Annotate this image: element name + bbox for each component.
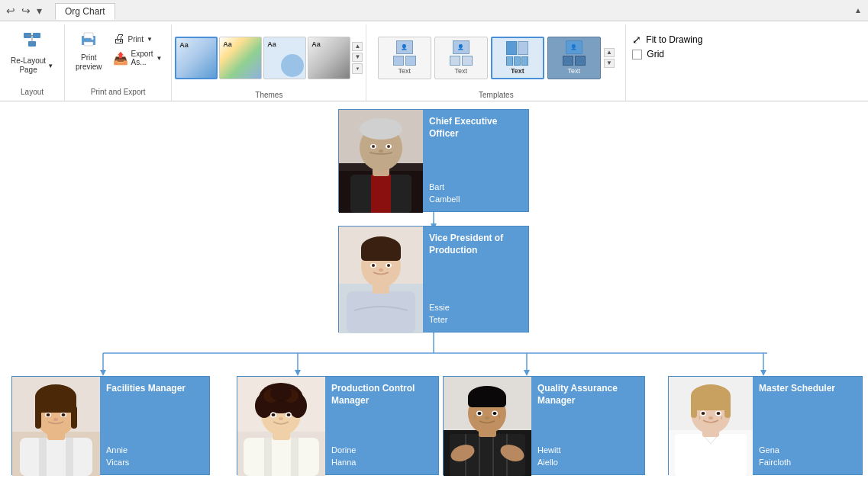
facilities-manager-title: Facilities Manager [106, 383, 203, 395]
title-bar-icons: ↩ ↪ ▾ [6, 5, 49, 17]
ceo-node[interactable]: Chief Executive Officer BartCambell [338, 109, 529, 212]
theme-blue-label: Aa [179, 41, 189, 49]
svg-point-45 [387, 264, 390, 267]
theme-shape[interactable]: Aa [263, 37, 306, 79]
theme-dark[interactable]: Aa [308, 37, 350, 79]
svg-point-61 [62, 413, 66, 416]
facilities-manager-node[interactable]: Facilities Manager AnnieVicars [11, 376, 210, 475]
templates-group-label: Templates [479, 88, 514, 101]
production-control-photo [237, 377, 325, 476]
svg-point-97 [493, 412, 497, 415]
svg-point-34 [379, 149, 383, 153]
export-button[interactable]: 📤 ExportAs... ▼ [110, 48, 166, 68]
ribbon-group-templates: 👤 Text 👤 [366, 24, 626, 101]
ceo-title: Chief Executive Officer [429, 116, 522, 140]
redo-button[interactable]: ↪ [21, 5, 34, 17]
templates-scroll-up[interactable]: ▲ [604, 48, 615, 57]
svg-rect-93 [468, 394, 506, 407]
themes-scroll-more[interactable]: ▼ [352, 63, 363, 74]
ribbon-group-view: ⤢ Fit to Drawing Grid [626, 24, 712, 101]
master-scheduler-photo [669, 377, 753, 476]
template-3-photo [506, 41, 517, 55]
ribbon-group-themes: Aa Aa Aa Aa ▲ ▼ ▼ Themes [172, 24, 366, 101]
grid-toggle[interactable]: Grid [632, 49, 664, 59]
fit-to-drawing-button[interactable]: ⤢ Fit to Drawing [632, 34, 702, 46]
ceo-photo [339, 110, 423, 213]
svg-rect-1 [33, 33, 40, 38]
templates-content: 👤 Text 👤 [378, 27, 615, 88]
template-3-text [518, 41, 528, 55]
re-layout-page-button[interactable]: Re-LayoutPage ▼ [6, 27, 58, 78]
svg-point-60 [47, 413, 50, 416]
themes-scroll-down[interactable]: ▼ [352, 53, 363, 62]
quality-assurance-photo [444, 377, 531, 476]
svg-rect-26 [371, 175, 391, 213]
export-icon: 📤 [113, 51, 128, 66]
svg-rect-65 [244, 438, 319, 476]
vp-node[interactable]: Vice President of Production EssieTeter [338, 226, 529, 333]
master-scheduler-info: Master Scheduler GenaFaircloth [753, 377, 862, 474]
theme-color[interactable]: Aa [219, 37, 262, 79]
svg-rect-8 [84, 42, 93, 46]
quality-assurance-info: Quality Assurance Manager HewittAiello [531, 377, 644, 474]
templates-scroll-down[interactable]: ▼ [604, 59, 615, 68]
template-3-box2 [514, 56, 521, 66]
template-1[interactable]: 👤 Text [378, 37, 431, 79]
production-control-info: Production Control Manager DorineHanna [325, 377, 438, 474]
print-export-content: Printpreview 🖨 Print ▼ 📤 ExportAs... ▼ [71, 27, 165, 85]
template-2[interactable]: 👤 Text [434, 37, 488, 79]
svg-point-9 [92, 37, 94, 40]
template-1-top-box: 👤 [396, 40, 413, 54]
ceo-name: BartCambell [429, 182, 522, 205]
template-1-box-r [405, 56, 416, 66]
svg-point-78 [272, 413, 276, 416]
print-export-group-label: Print and Export [91, 85, 146, 98]
vp-info: Vice President of Production EssieTeter [423, 227, 528, 332]
template-4-bottom-row [563, 56, 586, 66]
themes-scroll-buttons: ▲ ▼ ▼ [352, 42, 363, 74]
ribbon-minimize-button[interactable]: ▲ [854, 6, 862, 14]
template-3[interactable]: Text [491, 37, 544, 79]
production-control-manager-node[interactable]: Production Control Manager DorineHanna [237, 376, 439, 475]
quality-assurance-title: Quality Assurance Manager [537, 383, 638, 406]
template-2-top-box: 👤 [453, 40, 469, 54]
print-button[interactable]: 🖨 Print ▼ [110, 31, 166, 47]
template-2-label: Text [455, 67, 468, 75]
template-4-top-box: 👤 [566, 40, 582, 54]
template-2-bottom-row [450, 56, 473, 66]
svg-rect-37 [347, 291, 415, 333]
print-arrow: ▼ [147, 36, 153, 43]
svg-marker-21 [760, 370, 766, 376]
themes-group-label: Themes [255, 88, 282, 101]
svg-point-110 [702, 412, 705, 415]
theme-blue[interactable]: Aa [175, 37, 218, 79]
grid-checkbox[interactable] [632, 50, 642, 59]
title-bar: ↩ ↪ ▾ Org Chart ▲ [0, 0, 868, 21]
export-arrow: ▼ [156, 55, 162, 62]
svg-point-112 [708, 416, 713, 419]
template-3-box3 [521, 56, 528, 66]
svg-rect-85 [479, 434, 480, 476]
print-preview-label: Printpreview [76, 53, 102, 72]
grid-label: Grid [647, 49, 664, 59]
svg-rect-106 [691, 401, 697, 418]
svg-point-44 [372, 264, 375, 267]
vp-name: EssieTeter [429, 302, 522, 326]
template-1-box-l [393, 56, 404, 66]
print-icon: 🖨 [113, 32, 125, 46]
print-preview-button[interactable]: Printpreview [71, 27, 106, 75]
org-chart-tab[interactable]: Org Chart [55, 3, 115, 20]
quick-access-dropdown[interactable]: ▾ [37, 5, 49, 17]
undo-button[interactable]: ↩ [6, 5, 18, 17]
quality-assurance-manager-node[interactable]: Quality Assurance Manager HewittAiello [443, 376, 645, 475]
export-label: ExportAs... [131, 50, 153, 66]
template-2-box-r [462, 56, 473, 66]
themes-scroll-up[interactable]: ▲ [352, 42, 363, 51]
master-scheduler-node[interactable]: Master Scheduler GenaFaircloth [668, 376, 863, 475]
templates-scroll-buttons: ▲ ▼ [604, 48, 615, 68]
svg-point-80 [279, 417, 283, 420]
svg-marker-15 [100, 370, 106, 376]
template-4[interactable]: 👤 Text [547, 37, 601, 79]
vp-title: Vice President of Production [429, 233, 522, 256]
svg-rect-57 [71, 406, 77, 429]
